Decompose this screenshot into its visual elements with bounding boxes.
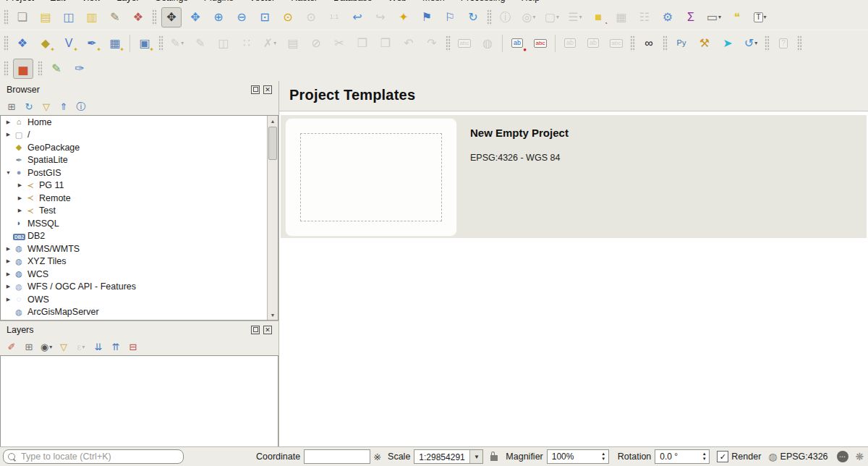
menu-item-edit[interactable]: Edit xyxy=(50,0,66,3)
locator-box[interactable] xyxy=(3,449,184,464)
browser-scrollbar[interactable]: ▲ ▼ xyxy=(267,116,278,320)
text-annotation-icon[interactable]: T▾ xyxy=(751,8,770,27)
expand-all-icon[interactable]: ⇊ xyxy=(91,339,106,354)
toolbar-grip[interactable] xyxy=(4,61,9,77)
tree-item-mssql[interactable]: ◗MSSQL xyxy=(1,217,278,230)
menu-item-help[interactable]: Help xyxy=(521,0,540,3)
scroll-down-icon[interactable]: ▼ xyxy=(268,310,278,320)
plugin-hammer-icon[interactable]: ⚒ xyxy=(695,34,714,53)
expander-closed-icon[interactable]: ▶ xyxy=(4,271,13,277)
chevron-down-icon[interactable]: ▾ xyxy=(556,14,559,20)
template-thumbnail-card[interactable] xyxy=(285,118,457,237)
pan-to-selection-icon[interactable]: ✥ xyxy=(186,8,205,27)
locator-input[interactable] xyxy=(20,451,179,462)
refresh-icon[interactable]: ↻ xyxy=(464,8,482,27)
chevron-down-icon[interactable]: ▾ xyxy=(273,40,276,46)
template-row-new-empty-project[interactable]: New Empty Project EPSG:4326 - WGS 84 xyxy=(281,115,867,238)
chevron-down-icon[interactable]: ▾ xyxy=(181,40,184,46)
new-virtual-layer-icon[interactable]: ▣✦ xyxy=(135,34,154,53)
messages-icon[interactable]: ⋯ xyxy=(837,451,848,462)
measure-icon[interactable]: ▭▾ xyxy=(705,8,723,27)
style-manager-icon[interactable]: ❖ xyxy=(129,8,148,27)
filter-legend-icon[interactable]: ▽ xyxy=(56,339,71,354)
chevron-down-icon[interactable]: ▾ xyxy=(49,344,52,350)
collapse-all-layers-icon[interactable]: ⇈ xyxy=(109,339,123,354)
chevron-down-icon[interactable]: ▾ xyxy=(718,14,721,20)
news-icon[interactable]: ❋ xyxy=(856,451,864,462)
tree-item-remote[interactable]: ▶≺Remote xyxy=(12,192,278,205)
toolbar-grip[interactable] xyxy=(797,35,802,51)
tree-item-arcgismapserver[interactable]: ◍ArcGisMapServer xyxy=(1,306,278,319)
menu-item-plugins[interactable]: Plugins xyxy=(204,0,234,3)
tree-item-db2[interactable]: DB2DB2 xyxy=(1,230,278,243)
toolbar-grip[interactable] xyxy=(446,35,451,51)
new-geopackage-layer-icon[interactable]: ◆✦ xyxy=(36,34,55,53)
browser-float-icon[interactable] xyxy=(251,85,260,94)
tree-item-postgis[interactable]: ▼●PostGIS xyxy=(1,166,278,179)
data-source-manager-icon[interactable]: ❖ xyxy=(13,34,32,53)
new-shapefile-layer-icon[interactable]: V✦ xyxy=(59,34,78,53)
zoom-out-icon[interactable]: ⊖ xyxy=(232,8,251,27)
open-project-icon[interactable]: ▤ xyxy=(36,8,55,27)
tree-item-wcs[interactable]: ▶◍WCS xyxy=(1,268,278,281)
scale-dropdown-icon[interactable]: ▼ xyxy=(469,450,482,463)
highlight-pinned-labels-icon[interactable]: abc xyxy=(531,34,550,53)
menu-item-mesh[interactable]: Mesh xyxy=(422,0,445,3)
magnifier-value[interactable]: 100% xyxy=(548,452,599,462)
menu-item-database[interactable]: Database xyxy=(333,0,373,3)
manage-map-themes-icon[interactable]: ◉▾ xyxy=(39,339,54,354)
scale-combobox[interactable]: 1:29854291 ▼ xyxy=(414,449,483,464)
menu-item-processing[interactable]: Processing xyxy=(461,0,506,3)
new-print-layout-icon[interactable]: ▥ xyxy=(82,8,101,27)
zoom-in-icon[interactable]: ⊕ xyxy=(209,8,228,27)
bookmark-manager-icon[interactable]: ⚐ xyxy=(441,8,459,27)
menu-item-view[interactable]: View xyxy=(81,0,101,3)
add-group-icon[interactable]: ⊞ xyxy=(22,339,36,354)
map-edit-plugin-icon[interactable]: ✎ xyxy=(47,59,66,78)
spinner-arrows-icon[interactable]: ▲▼ xyxy=(699,452,709,461)
scale-value[interactable]: 1:29854291 xyxy=(414,450,469,463)
add-selected-layers-icon[interactable]: ⊞ xyxy=(4,99,19,114)
tree-item-home[interactable]: ▶⌂Home xyxy=(1,116,278,129)
chevron-down-icon[interactable]: ▾ xyxy=(579,14,582,20)
scroll-thumb[interactable] xyxy=(268,127,277,160)
chevron-down-icon[interactable]: ▾ xyxy=(764,14,767,20)
refresh-browser-icon[interactable]: ↻ xyxy=(22,99,36,114)
expander-open-icon[interactable]: ▼ xyxy=(4,170,13,175)
temporal-controller-icon[interactable]: ■◔ xyxy=(589,8,608,27)
menu-item-web[interactable]: Web xyxy=(388,0,407,3)
expander-closed-icon[interactable]: ▶ xyxy=(4,258,13,264)
tree-item-wfs-ogc-api-features[interactable]: ▶◍WFS / OGC API - Features xyxy=(1,281,278,294)
metasearch-icon[interactable]: ∞ xyxy=(639,34,658,53)
pan-map-icon[interactable]: ✥ xyxy=(161,7,182,27)
expander-closed-icon[interactable]: ▶ xyxy=(4,284,13,289)
chevron-down-icon[interactable]: ▾ xyxy=(532,14,535,20)
menu-item-vector[interactable]: Vector xyxy=(250,0,275,3)
save-project-icon[interactable]: ◫ xyxy=(59,8,78,27)
tree-item-pg-11[interactable]: ▶≺PG 11 xyxy=(12,179,278,192)
toolbar-grip[interactable] xyxy=(663,35,668,51)
toolbar-grip[interactable] xyxy=(38,61,43,77)
tree-item-[interactable]: ▶▢/ xyxy=(1,129,278,142)
layers-float-icon[interactable] xyxy=(251,326,260,334)
toolbar-grip[interactable] xyxy=(152,9,157,25)
new-spatial-bookmark-icon[interactable]: ✦ xyxy=(394,8,413,27)
toolbar-grip[interactable] xyxy=(630,35,635,51)
expander-closed-icon[interactable]: ▶ xyxy=(4,297,13,302)
crs-status-badge[interactable]: EPSG:4326 xyxy=(780,452,828,462)
layers-close-icon[interactable]: ✕ xyxy=(263,326,272,334)
expander-closed-icon[interactable]: ▶ xyxy=(15,208,25,213)
show-layout-manager-icon[interactable]: ✎ xyxy=(106,8,124,27)
map-tips-icon[interactable]: ❝ xyxy=(728,8,746,27)
new-project-icon[interactable]: ❏ xyxy=(13,8,32,27)
toolbar-grip[interactable] xyxy=(158,35,163,51)
spinner-arrows-icon[interactable]: ▲▼ xyxy=(599,452,608,461)
remove-layer-icon[interactable]: ⊟ xyxy=(126,339,140,354)
menu-item-project[interactable]: Project xyxy=(6,0,34,3)
statistical-summary-icon[interactable]: Σ xyxy=(681,8,700,27)
tree-item-spatialite[interactable]: ✒SpatiaLite xyxy=(1,154,278,167)
show-spatial-bookmarks-icon[interactable]: ⚑ xyxy=(417,8,436,27)
rotation-value[interactable]: 0.0 ° xyxy=(655,452,699,462)
browser-close-icon[interactable]: ✕ xyxy=(263,85,272,94)
expander-closed-icon[interactable]: ▶ xyxy=(15,182,25,188)
